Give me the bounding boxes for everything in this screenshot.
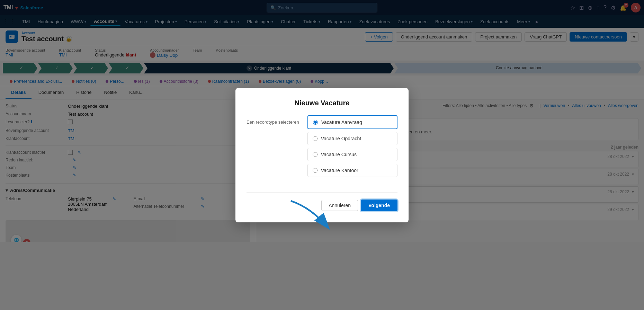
cancel-button[interactable]: Annuleren xyxy=(321,200,358,211)
nieuwe-vacature-modal: Nieuwe Vacature Een recordtype selectere… xyxy=(235,88,409,222)
modal-select-label: Een recordtype selecteren xyxy=(247,115,299,125)
option-vacature-cursus[interactable]: Vacature Cursus xyxy=(307,148,397,161)
radio-kantoor[interactable] xyxy=(313,168,317,173)
radio-cursus[interactable] xyxy=(313,152,317,157)
option-vacature-aanvraag[interactable]: Vacature Aanvraag xyxy=(307,115,397,129)
option-vacature-kantoor[interactable]: Vacature Kantoor xyxy=(307,164,397,177)
modal-options: Vacature Aanvraag Vacature Opdracht Vaca… xyxy=(307,115,397,177)
modal-title: Nieuwe Vacature xyxy=(247,99,397,107)
option-label-opdracht: Vacature Opdracht xyxy=(321,136,361,141)
option-label-aanvraag: Vacature Aanvraag xyxy=(321,119,362,125)
modal-overlay[interactable]: Nieuwe Vacature Een recordtype selectere… xyxy=(0,0,644,310)
option-label-kantoor: Vacature Kantoor xyxy=(321,168,358,173)
radio-aanvraag[interactable] xyxy=(313,120,318,125)
radio-opdracht[interactable] xyxy=(313,136,317,141)
volgende-button[interactable]: Volgende xyxy=(361,200,397,211)
modal-divider xyxy=(247,192,397,193)
option-label-cursus: Vacature Cursus xyxy=(321,152,357,157)
modal-body: Een recordtype selecteren Vacature Aanvr… xyxy=(247,115,397,185)
option-vacature-opdracht[interactable]: Vacature Opdracht xyxy=(307,132,397,145)
modal-footer: Annuleren Volgende xyxy=(247,200,397,211)
